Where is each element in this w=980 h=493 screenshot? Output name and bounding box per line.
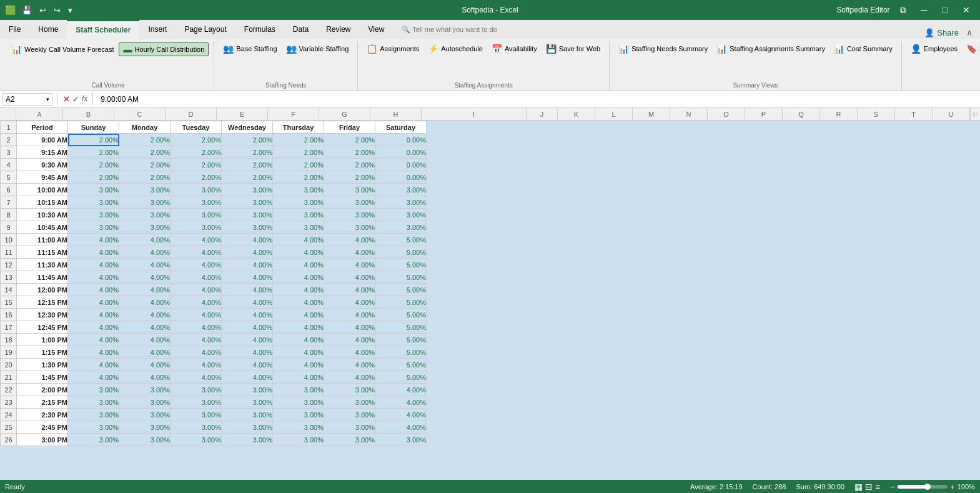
cell-mon-18[interactable]: 4.00% (119, 359, 171, 371)
cell-mon-6[interactable]: 3.00% (119, 209, 171, 221)
col-M-header[interactable]: M (633, 108, 670, 121)
cell-sat-12[interactable]: 5.00% (375, 284, 427, 296)
tab-view[interactable]: View (360, 20, 393, 39)
cell-wed-20[interactable]: 3.00% (222, 384, 273, 396)
zoom-in-btn[interactable]: + (950, 482, 955, 492)
col-N-header[interactable]: N (670, 108, 708, 121)
availability-btn[interactable]: 📅 Availability (488, 42, 541, 55)
cell-tue-18[interactable]: 4.00% (171, 359, 222, 371)
cell-wed-9[interactable]: 4.00% (222, 246, 273, 259)
redo-quick-btn[interactable]: ↪ (51, 4, 63, 16)
page-layout-view-btn[interactable]: ⊟ (865, 482, 873, 492)
cell-thu-8[interactable]: 4.00% (273, 234, 324, 246)
cell-tue-4[interactable]: 3.00% (171, 184, 222, 196)
cell-wed-21[interactable]: 3.00% (222, 396, 273, 409)
cell-sat-15[interactable]: 5.00% (375, 321, 427, 334)
zoom-slider-thumb[interactable] (924, 484, 931, 490)
cell-thu-13[interactable]: 4.00% (273, 296, 324, 309)
cell-sat-8[interactable]: 5.00% (375, 234, 427, 246)
cell-fri-10[interactable]: 4.00% (324, 259, 375, 271)
col-A-header[interactable]: A (16, 108, 63, 121)
cell-period-6[interactable]: 10:30 AM (17, 209, 68, 221)
cell-sun-19[interactable]: 4.00% (68, 371, 119, 384)
tab-review[interactable]: Review (317, 20, 359, 39)
cell-period-15[interactable]: 12:45 PM (17, 321, 68, 334)
cell-sun-4[interactable]: 3.00% (68, 184, 119, 196)
cell-sun-16[interactable]: 4.00% (68, 334, 119, 346)
cell-tue-17[interactable]: 4.00% (171, 346, 222, 359)
cell-wed-12[interactable]: 4.00% (222, 284, 273, 296)
col-Q-header[interactable]: Q (783, 108, 820, 121)
cell-thu-19[interactable]: 4.00% (273, 371, 324, 384)
cell-sun-20[interactable]: 3.00% (68, 384, 119, 396)
cell-sun-10[interactable]: 4.00% (68, 259, 119, 271)
cell-thu-0[interactable]: 2.00% (273, 134, 324, 146)
page-break-view-btn[interactable]: ≡ (875, 482, 880, 492)
col-C-header[interactable]: C (114, 108, 166, 121)
cell-mon-19[interactable]: 4.00% (119, 371, 171, 384)
cell-sat-21[interactable]: 4.00% (375, 396, 427, 409)
cell-wed-13[interactable]: 4.00% (222, 296, 273, 309)
cell-sat-6[interactable]: 3.00% (375, 209, 427, 221)
cell-thu-17[interactable]: 4.00% (273, 346, 324, 359)
cell-tue-6[interactable]: 3.00% (171, 209, 222, 221)
header-sunday[interactable]: Sunday (68, 121, 119, 134)
col-S-header[interactable]: S (858, 108, 895, 121)
cell-sat-9[interactable]: 5.00% (375, 246, 427, 259)
cell-fri-15[interactable]: 4.00% (324, 321, 375, 334)
cell-mon-20[interactable]: 3.00% (119, 384, 171, 396)
zoom-out-btn[interactable]: − (890, 482, 895, 492)
roles-btn[interactable]: 🔖 Roles (963, 42, 980, 55)
cell-period-21[interactable]: 2:15 PM (17, 396, 68, 409)
cell-thu-3[interactable]: 2.00% (273, 171, 324, 184)
cell-wed-24[interactable]: 3.00% (222, 434, 273, 446)
cell-sun-21[interactable]: 3.00% (68, 396, 119, 409)
autoschedule-btn[interactable]: ⚡ Autoschedule (424, 42, 487, 55)
ribbon-collapse-btn[interactable]: ∧ (964, 26, 975, 39)
cell-fri-21[interactable]: 3.00% (324, 396, 375, 409)
cell-period-9[interactable]: 11:15 AM (17, 246, 68, 259)
variable-staffing-btn[interactable]: 👥 Variable Staffing (282, 42, 353, 55)
cell-thu-12[interactable]: 4.00% (273, 284, 324, 296)
cell-sat-14[interactable]: 5.00% (375, 309, 427, 321)
cell-sun-8[interactable]: 4.00% (68, 234, 119, 246)
cell-wed-5[interactable]: 3.00% (222, 196, 273, 209)
cell-sat-17[interactable]: 5.00% (375, 346, 427, 359)
cell-fri-24[interactable]: 3.00% (324, 434, 375, 446)
save-quick-btn[interactable]: 💾 (19, 4, 34, 16)
col-E-header[interactable]: E (217, 108, 268, 121)
header-monday[interactable]: Monday (119, 121, 171, 134)
cell-mon-22[interactable]: 3.00% (119, 409, 171, 421)
cell-fri-22[interactable]: 3.00% (324, 409, 375, 421)
cell-tue-7[interactable]: 3.00% (171, 221, 222, 234)
cell-fri-5[interactable]: 3.00% (324, 196, 375, 209)
cell-sat-1[interactable]: 0.00% (375, 146, 427, 159)
cell-fri-12[interactable]: 4.00% (324, 284, 375, 296)
header-saturday[interactable]: Saturday (375, 121, 427, 134)
cell-fri-11[interactable]: 4.00% (324, 271, 375, 284)
undo-quick-btn[interactable]: ↩ (37, 4, 49, 16)
cell-thu-5[interactable]: 3.00% (273, 196, 324, 209)
cell-mon-0[interactable]: 2.00% (119, 134, 171, 146)
cell-period-19[interactable]: 1:45 PM (17, 371, 68, 384)
cell-sat-0[interactable]: 0.00% (375, 134, 427, 146)
cell-period-11[interactable]: 11:45 AM (17, 271, 68, 284)
cell-mon-15[interactable]: 4.00% (119, 321, 171, 334)
cell-sun-12[interactable]: 4.00% (68, 284, 119, 296)
cell-fri-8[interactable]: 4.00% (324, 234, 375, 246)
cell-sun-23[interactable]: 3.00% (68, 421, 119, 434)
employees-btn[interactable]: 👤 Employees (907, 42, 961, 55)
cell-thu-4[interactable]: 3.00% (273, 184, 324, 196)
cell-thu-7[interactable]: 3.00% (273, 221, 324, 234)
cell-thu-16[interactable]: 4.00% (273, 334, 324, 346)
cell-period-17[interactable]: 1:15 PM (17, 346, 68, 359)
cell-tue-15[interactable]: 4.00% (171, 321, 222, 334)
cell-fri-20[interactable]: 3.00% (324, 384, 375, 396)
cell-tue-21[interactable]: 3.00% (171, 396, 222, 409)
cell-tue-14[interactable]: 4.00% (171, 309, 222, 321)
cell-sun-24[interactable]: 3.00% (68, 434, 119, 446)
cell-mon-9[interactable]: 4.00% (119, 246, 171, 259)
cell-tue-19[interactable]: 4.00% (171, 371, 222, 384)
cell-thu-22[interactable]: 3.00% (273, 409, 324, 421)
minimize-btn[interactable]: ─ (916, 4, 933, 16)
